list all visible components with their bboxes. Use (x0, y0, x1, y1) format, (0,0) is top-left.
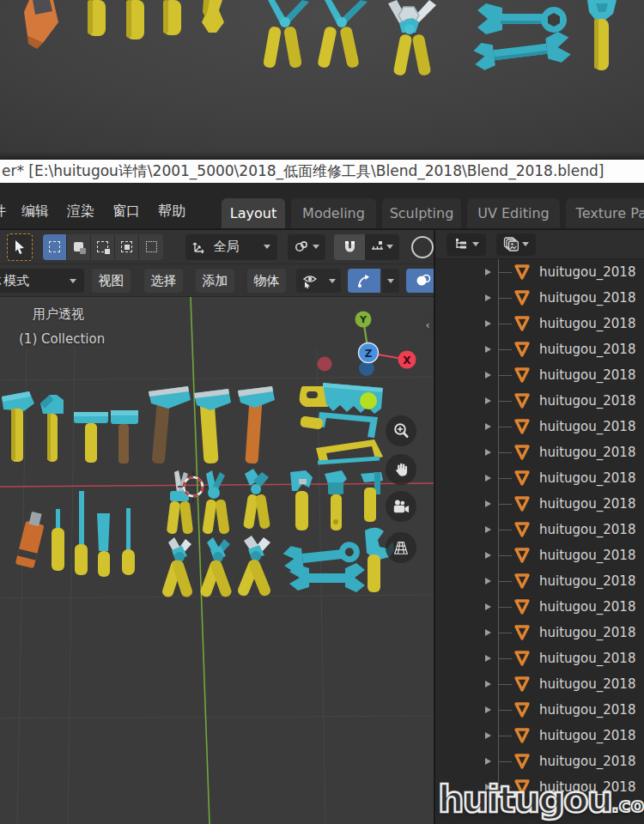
outliner-row[interactable]: huitugou_2018 (435, 517, 644, 542)
outliner-row[interactable]: huitugou_2018 (435, 671, 644, 697)
transform-orientation-dropdown[interactable]: 全局 (185, 234, 276, 260)
mode-label: 模式 (3, 273, 29, 289)
wrench-render-2 (472, 31, 572, 73)
gizmo-dropdown[interactable] (382, 269, 399, 293)
expand-arrow-icon[interactable] (485, 526, 491, 533)
svg-text:Y: Y (359, 314, 368, 325)
open-pliers-3 (236, 536, 272, 597)
chevron-down-icon (387, 279, 394, 283)
outliner-row[interactable]: huitugou_2018 (435, 491, 644, 517)
render-tools-illustration (0, 0, 644, 160)
expand-arrow-icon[interactable] (485, 475, 491, 482)
outliner-row[interactable]: huitugou_2018 (435, 748, 644, 774)
outliner-row[interactable]: huitugou_2018 (435, 568, 644, 594)
perspective-grid-button[interactable] (386, 532, 416, 563)
collection-label: (1) Collection (19, 331, 105, 347)
outliner-row[interactable]: huitugou_2018 (435, 388, 644, 414)
viewport-3d[interactable]: Y Z X 用户透视 (1) Collection ‹ (0, 297, 434, 824)
select-invert-icon (121, 241, 132, 252)
mesh-triangle-icon (513, 752, 532, 771)
expand-arrow-icon[interactable] (485, 346, 491, 353)
select-subtract-button[interactable] (91, 234, 115, 260)
menu-file-partial[interactable]: 件 (0, 203, 7, 221)
sidebar-toggle[interactable]: ‹ (422, 314, 434, 336)
outliner-row[interactable]: huitugou_2018 (435, 362, 644, 388)
watermark-logo: huitugou.com (438, 778, 644, 821)
expand-arrow-icon[interactable] (485, 681, 491, 688)
select-set-button[interactable] (43, 234, 67, 260)
expand-arrow-icon[interactable] (485, 397, 491, 404)
expand-arrow-icon[interactable] (485, 552, 491, 559)
viewport-scene: Y Z X (0, 297, 434, 824)
mode-dropdown[interactable]: 体 模式 (0, 269, 84, 293)
expand-arrow-icon[interactable] (485, 269, 491, 276)
pan-button[interactable] (386, 454, 416, 485)
snap-toggle-button[interactable] (334, 234, 365, 260)
select-intersect-button[interactable] (139, 234, 163, 260)
images-stack-icon (503, 237, 519, 251)
menu-edit[interactable]: 编辑 (21, 203, 49, 221)
snap-settings-dropdown[interactable] (365, 234, 399, 260)
expand-arrow-icon[interactable] (485, 758, 491, 765)
expand-arrow-icon[interactable] (485, 423, 491, 430)
tab-uv-editing[interactable]: UV Editing (467, 198, 560, 228)
outliner-row[interactable]: huitugou_2018 (435, 336, 644, 362)
select-invert-button[interactable] (115, 234, 139, 260)
expand-arrow-icon[interactable] (485, 500, 491, 507)
expand-arrow-icon[interactable] (485, 629, 491, 636)
expand-arrow-icon[interactable] (485, 294, 491, 301)
tree-connector (498, 298, 512, 299)
chevron-down-icon (70, 279, 76, 283)
camera-view-button[interactable] (386, 491, 416, 522)
active-tool-button[interactable] (7, 233, 33, 261)
proportional-editing-button[interactable] (411, 236, 434, 258)
outliner-row[interactable]: huitugou_2018 (435, 697, 644, 723)
chevron-down-icon (386, 245, 393, 249)
outliner-row-label: huitugou_2018 (539, 465, 635, 491)
tab-modeling[interactable]: Modeling (291, 198, 376, 228)
expand-arrow-icon[interactable] (485, 372, 491, 379)
menu-help[interactable]: 帮助 (158, 203, 185, 221)
menu-view[interactable]: 视图 (92, 269, 131, 293)
outliner-row[interactable]: huitugou_2018 (435, 542, 644, 568)
outliner-row[interactable]: huitugou_2018 (435, 259, 644, 285)
tree-connector (498, 555, 512, 556)
mesh-triangle-icon (513, 288, 532, 307)
outliner-row[interactable]: huitugou_2018 (435, 723, 644, 748)
outliner-row[interactable]: huitugou_2018 (435, 594, 644, 620)
expand-arrow-icon[interactable] (485, 320, 491, 327)
gizmo-toggle-button[interactable] (348, 269, 380, 293)
menu-object[interactable]: 物体 (247, 269, 286, 293)
outliner-row[interactable]: huitugou_2018 (435, 645, 644, 671)
pliers-render-3 (388, 0, 436, 76)
menu-window[interactable]: 窗口 (112, 203, 140, 221)
outliner-row[interactable]: huitugou_2018 (435, 439, 644, 465)
outliner-row[interactable]: huitugou_2018 (435, 285, 644, 311)
outliner-row[interactable]: huitugou_2018 (435, 465, 644, 491)
overlays-toggle-button[interactable] (406, 269, 434, 293)
expand-arrow-icon[interactable] (485, 732, 491, 739)
editor-type-dropdown[interactable] (447, 233, 486, 256)
outliner-row[interactable]: huitugou_2018 (435, 311, 644, 336)
visibility-dropdown[interactable] (296, 269, 341, 293)
tab-layout[interactable]: Layout (222, 198, 285, 228)
menu-select[interactable]: 选择 (144, 269, 183, 293)
filter-dropdown[interactable] (496, 233, 536, 256)
expand-arrow-icon[interactable] (485, 449, 491, 456)
expand-arrow-icon[interactable] (485, 706, 491, 713)
expand-arrow-icon[interactable] (485, 578, 491, 585)
zoom-button[interactable] (386, 415, 416, 446)
menu-add[interactable]: 添加 (196, 269, 234, 293)
menu-render[interactable]: 渲染 (67, 203, 94, 221)
outliner-row[interactable]: huitugou_2018 (435, 620, 644, 645)
tab-texture-paint[interactable]: Texture Pai (566, 198, 644, 228)
outliner-row[interactable]: huitugou_2018 (435, 414, 644, 439)
snap-target-dropdown[interactable] (288, 234, 325, 260)
tab-sculpting[interactable]: Sculpting (382, 198, 461, 228)
expand-arrow-icon[interactable] (485, 603, 491, 610)
tool-render-right (587, 0, 617, 70)
select-extend-button[interactable] (67, 234, 91, 260)
expand-arrow-icon[interactable] (485, 655, 491, 662)
mesh-triangle-icon (513, 443, 532, 462)
tree-connector (498, 633, 512, 633)
